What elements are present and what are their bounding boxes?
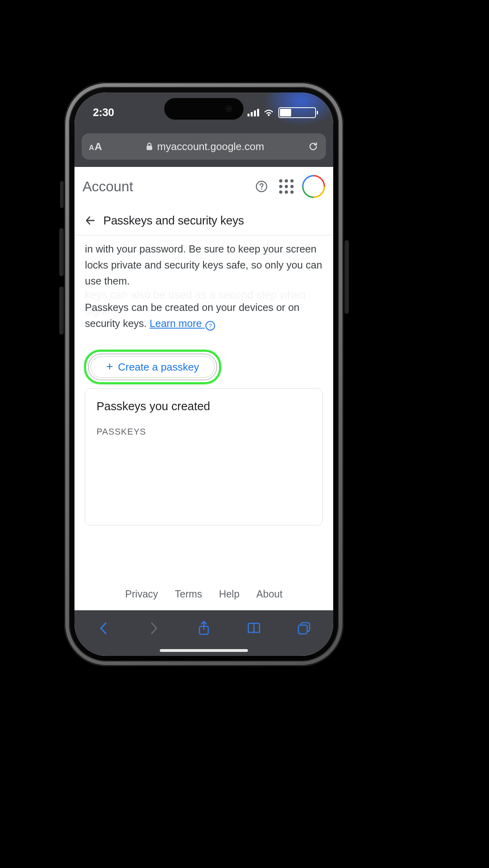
status-time: 2:30 xyxy=(93,106,114,119)
text-size-button[interactable]: AA xyxy=(82,140,110,153)
lock-icon xyxy=(146,142,153,151)
address-bar[interactable]: AA myaccount.google.com xyxy=(82,133,326,160)
intro-paragraph-1: in with your password. Be sure to keep y… xyxy=(85,241,323,289)
create-passkey-button[interactable]: + Create a passkey xyxy=(88,354,217,380)
plus-icon: + xyxy=(106,360,113,373)
dynamic-island xyxy=(164,98,243,120)
footer-about-link[interactable]: About xyxy=(256,588,282,600)
back-arrow-icon[interactable] xyxy=(84,214,96,227)
svg-point-2 xyxy=(261,188,262,190)
passkeys-card: Passkeys you created PASSKEYS xyxy=(85,388,323,525)
reload-button[interactable] xyxy=(300,141,326,152)
learn-more-link[interactable]: Learn more ? xyxy=(150,318,215,329)
account-avatar[interactable] xyxy=(302,175,325,198)
nav-forward-button xyxy=(144,619,163,638)
page-content: Account xyxy=(74,167,333,610)
battery-icon xyxy=(278,107,318,118)
google-header: Account xyxy=(74,167,333,206)
learn-more-help-icon: ? xyxy=(205,321,215,331)
phone-volume-down xyxy=(59,287,64,335)
home-indicator[interactable] xyxy=(160,649,248,652)
wifi-icon xyxy=(263,108,274,116)
intro-paragraph-2: Passkeys can be created on your devices … xyxy=(85,299,323,331)
card-section-label: PASSKEYS xyxy=(97,427,311,437)
nav-back-button[interactable] xyxy=(94,619,113,638)
url-host: myaccount.google.com xyxy=(157,140,264,153)
tabs-button[interactable] xyxy=(294,619,314,638)
card-heading: Passkeys you created xyxy=(97,400,311,413)
page-footer: Privacy Terms Help About xyxy=(74,588,333,600)
google-apps-icon[interactable] xyxy=(277,177,296,196)
svg-rect-0 xyxy=(147,146,152,150)
share-button[interactable] xyxy=(194,619,213,638)
app-title: Account xyxy=(83,178,133,194)
svg-rect-5 xyxy=(298,625,307,634)
create-passkey-label: Create a passkey xyxy=(118,361,199,373)
help-icon[interactable] xyxy=(252,177,271,196)
footer-privacy-link[interactable]: Privacy xyxy=(125,588,158,600)
footer-help-link[interactable]: Help xyxy=(219,588,239,600)
phone-frame: 2:30 AA xyxy=(64,82,344,666)
sub-header: Passkeys and security keys xyxy=(74,206,333,235)
cellular-signal-icon xyxy=(248,108,259,116)
bookmarks-button[interactable] xyxy=(244,619,264,638)
phone-volume-up xyxy=(59,228,64,276)
phone-power-button xyxy=(344,240,349,314)
create-passkey-highlight: + Create a passkey xyxy=(85,351,220,383)
footer-terms-link[interactable]: Terms xyxy=(175,588,202,600)
sub-header-title: Passkeys and security keys xyxy=(103,214,244,227)
phone-silence-switch xyxy=(60,181,64,208)
